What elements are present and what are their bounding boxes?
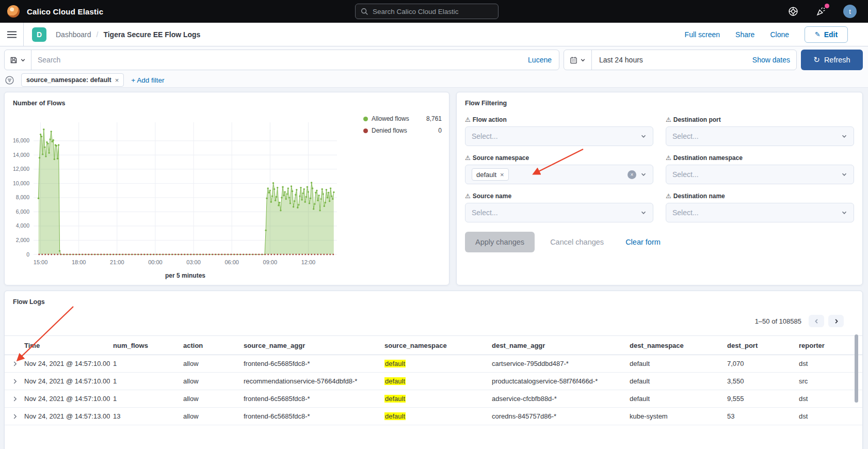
chevron-down-icon <box>580 57 586 63</box>
expand-row-button[interactable] <box>9 413 21 420</box>
save-query-button[interactable] <box>5 50 31 70</box>
user-avatar[interactable]: t <box>843 5 857 18</box>
cell-source_name_aggr: frontend-6c5685fdc8-* <box>240 412 381 420</box>
cell-source_namespace: default <box>381 395 489 403</box>
clear-selection-icon[interactable]: × <box>628 170 636 179</box>
filter-icon[interactable] <box>5 76 14 85</box>
select-placeholder: Select... <box>672 132 699 140</box>
field-label-source-namespace: ⚠Source namespace <box>465 154 653 162</box>
chevron-right-icon <box>833 318 839 324</box>
cell-action: allow <box>180 360 240 367</box>
destination-port-select[interactable]: Select... <box>666 126 854 146</box>
newsfeed-icon[interactable] <box>815 6 827 17</box>
svg-text:18:00: 18:00 <box>72 259 86 265</box>
svg-text:14,000: 14,000 <box>13 152 29 158</box>
selected-option-pill[interactable]: default × <box>472 168 509 181</box>
cell-source_namespace: default <box>381 360 489 367</box>
remove-option-icon[interactable]: × <box>500 171 504 179</box>
refresh-icon: ↻ <box>813 55 820 65</box>
field-label-source-name: ⚠Source name <box>465 193 653 200</box>
previous-page-button[interactable] <box>809 315 824 327</box>
date-picker-menu-button[interactable] <box>564 50 592 70</box>
add-filter-button[interactable]: + Add filter <box>131 76 164 84</box>
cell-time: Nov 24, 2021 @ 14:57:10.000 <box>21 395 110 403</box>
chevron-right-icon <box>12 396 18 402</box>
table-row: Nov 24, 2021 @ 14:57:10.0001allowrecomme… <box>5 373 862 390</box>
source-name-select[interactable]: Select... <box>465 203 653 222</box>
breadcrumb-dashboard[interactable]: Dashboard <box>56 30 91 39</box>
search-placeholder: Search <box>38 56 60 64</box>
clone-button[interactable]: Clone <box>770 30 789 39</box>
global-search-input[interactable]: Search Calico Cloud Elastic <box>355 4 499 19</box>
edit-button[interactable]: ✎ Edit <box>805 26 848 43</box>
table-scrollbar[interactable] <box>855 334 858 403</box>
column-header-source_name_aggr[interactable]: source_name_aggr <box>240 342 381 349</box>
number-of-flows-panel: Number of Flows 02,0004,0006,0008,00010,… <box>4 92 449 285</box>
expand-row-button[interactable] <box>9 378 21 384</box>
panel-title: Number of Flows <box>13 100 65 107</box>
svg-text:10,000: 10,000 <box>13 180 29 186</box>
expand-row-button[interactable] <box>9 396 21 402</box>
column-header-dest_namespace[interactable]: dest_namespace <box>626 342 724 349</box>
panel-title: Flow Logs <box>13 298 45 306</box>
apply-changes-button[interactable]: Apply changes <box>465 232 535 252</box>
help-icon[interactable] <box>787 6 799 17</box>
highlighted-value: default <box>384 395 406 403</box>
show-dates-button[interactable]: Show dates <box>752 56 796 64</box>
cancel-changes-button[interactable]: Cancel changes <box>550 238 604 246</box>
legend-value: 8,761 <box>426 115 442 122</box>
filter-field-destination-namespace: ⚠Destination namespace Select... <box>666 154 854 184</box>
column-header-num_flows[interactable]: num_flows <box>110 342 180 349</box>
svg-text:2,000: 2,000 <box>16 237 29 243</box>
destination-namespace-select[interactable]: Select... <box>666 165 854 184</box>
destination-name-select[interactable]: Select... <box>666 203 854 222</box>
source-namespace-combobox[interactable]: default × × <box>465 165 653 184</box>
cell-dest_port: 7,070 <box>724 360 796 367</box>
flow-action-select[interactable]: Select... <box>465 126 653 146</box>
cell-reporter: dst <box>796 360 862 367</box>
warning-icon: ⚠ <box>465 154 471 162</box>
next-page-button[interactable] <box>828 315 844 327</box>
highlighted-value: default <box>384 412 406 420</box>
svg-text:12,000: 12,000 <box>13 166 29 172</box>
field-label-destination-namespace: ⚠Destination namespace <box>666 154 854 162</box>
column-header-action[interactable]: action <box>180 342 240 349</box>
remove-filter-icon[interactable]: × <box>115 76 119 84</box>
column-header-dest_name_aggr[interactable]: dest_name_aggr <box>489 342 626 349</box>
cell-dest_namespace: default <box>626 395 724 403</box>
column-header-source_namespace[interactable]: source_namespace <box>381 342 489 349</box>
flow-logs-table: Timenum_flowsactionsource_name_aggrsourc… <box>5 335 862 425</box>
clear-form-button[interactable]: Clear form <box>625 238 661 246</box>
field-label-destination-name: ⚠Destination name <box>666 193 854 200</box>
share-button[interactable]: Share <box>735 30 754 39</box>
menu-toggle-icon[interactable] <box>0 23 24 46</box>
refresh-button[interactable]: ↻ Refresh <box>801 50 863 70</box>
svg-text:4,000: 4,000 <box>16 222 29 229</box>
dashboard-app-badge[interactable]: D <box>32 27 46 42</box>
svg-text:00:00: 00:00 <box>148 259 163 265</box>
time-range-value[interactable]: Last 24 hours <box>599 56 643 64</box>
legend-item-1[interactable]: Denied flows 0 <box>363 127 442 134</box>
column-header-time[interactable]: Time <box>21 342 110 349</box>
kql-search-input[interactable]: Search Lucene <box>4 50 559 70</box>
notification-dot <box>825 4 829 8</box>
select-placeholder: Select... <box>472 209 498 217</box>
expand-row-button[interactable] <box>9 361 21 367</box>
cell-dest_name_aggr: cartservice-795ddbd487-* <box>489 360 626 367</box>
column-header-reporter[interactable]: reporter <box>796 342 862 349</box>
warning-icon: ⚠ <box>666 116 671 123</box>
warning-icon: ⚠ <box>465 116 471 123</box>
chevron-down-icon <box>841 210 847 216</box>
cell-dest_namespace: default <box>626 360 724 367</box>
svg-text:21:00: 21:00 <box>110 259 124 265</box>
global-header: Calico Cloud Elastic Search Calico Cloud… <box>0 0 868 23</box>
chevron-right-icon <box>12 413 18 420</box>
svg-text:03:00: 03:00 <box>186 259 201 265</box>
query-language-button[interactable]: Lucene <box>528 56 559 64</box>
calico-logo-icon[interactable] <box>7 5 20 18</box>
date-picker[interactable]: Last 24 hours Show dates <box>564 50 797 70</box>
filter-pill-source-namespace[interactable]: source_namespace: default × <box>21 73 124 87</box>
full-screen-button[interactable]: Full screen <box>685 30 720 39</box>
legend-item-0[interactable]: Allowed flows 8,761 <box>363 115 442 122</box>
column-header-dest_port[interactable]: dest_port <box>724 342 796 349</box>
